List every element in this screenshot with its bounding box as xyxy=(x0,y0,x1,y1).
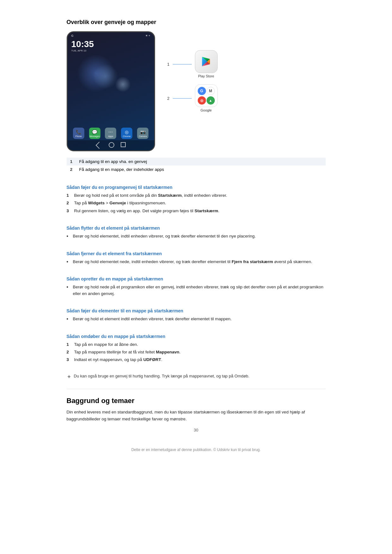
google-folder-icon: G M ◎ ▲ xyxy=(195,84,218,107)
add-shortcut-step-2: 2 Tap på Widgets > Genveje i tilpasnings… xyxy=(67,200,326,206)
create-folder-list: • Berør og hold nede på et programikon e… xyxy=(67,284,326,297)
annotation-num-1: 1 xyxy=(67,158,76,166)
add-to-folder-list: • Berør og hold et element indtil enhede… xyxy=(67,316,326,322)
gmail-icon: M xyxy=(207,87,215,95)
add-shortcut-step-3: 3 Rul gennem listen, og vælg en app. Det… xyxy=(67,208,326,214)
app-area: 📞 Phone 💬 Messages ⋯ Apps ◎ xyxy=(68,128,154,150)
annotation-table: 1 Få adgang til en app vha. en genvej 2 … xyxy=(67,158,326,173)
section-remove-element: Sådan fjerner du et element fra startskæ… xyxy=(67,246,326,267)
subsection-title-add-to-folder: Sådan føjer du elementer til en mappe på… xyxy=(67,308,326,313)
subsection-title-rename-folder: Sådan omdøber du en mappe på startskærme… xyxy=(67,334,326,339)
play-store-icon xyxy=(195,50,218,73)
remove-element-list: • Berør og hold elementet nede, indtil e… xyxy=(67,259,326,265)
add-shortcut-list: 1 Berør og hold ned på et tomt område på… xyxy=(67,192,326,214)
annotation-row-2: 2 Få adgang til en mappe, der indeholder… xyxy=(67,166,326,173)
phone-nav-bar xyxy=(68,140,154,150)
section-move-element: Sådan flytter du et element på startskær… xyxy=(67,220,326,241)
section-add-to-folder: Sådan føjer du elementer til en mappe på… xyxy=(67,303,326,324)
section-rename-folder: Sådan omdøber du en mappe på startskærme… xyxy=(67,329,326,364)
annotation-num-2: 2 xyxy=(67,166,76,173)
rename-folder-list: 1 Tap på en mappe for at åbne den. 2 Tap… xyxy=(67,341,326,363)
chrome-icon: ◎ Chrome xyxy=(121,128,132,139)
callouts-container: 1 xyxy=(165,31,218,112)
move-element-step: • Berør og hold elementet, indtil enhede… xyxy=(67,233,326,240)
subsection-title-create-folder: Sådan opretter du en mappe på startskærm… xyxy=(67,276,326,281)
rename-step-3: 3 Indtast et nyt mappenavn, og tap på UD… xyxy=(67,357,326,363)
google-logo: G xyxy=(71,34,74,37)
tip-box: ✦ Du kan også bruge en genvej til hurtig… xyxy=(67,373,326,381)
remove-element-step: • Berør og hold elementet nede, indtil e… xyxy=(67,259,326,265)
subsection-title-move: Sådan flytter du et element på startskær… xyxy=(67,226,326,231)
drive-icon: ▲ xyxy=(207,96,215,105)
page-number: 30 xyxy=(67,428,326,432)
camera-icon: 📷 Camera xyxy=(137,128,148,139)
add-shortcut-step-1: 1 Berør og hold ned på et tomt område på… xyxy=(67,192,326,199)
tip-icon: ✦ xyxy=(67,373,71,381)
section2-title: Baggrund og temaer xyxy=(67,397,326,405)
move-element-list: • Berør og hold elementet, indtil enhede… xyxy=(67,233,326,240)
messages-icon: 💬 Messages xyxy=(89,128,100,139)
apps-icon: ⋯ Apps xyxy=(105,128,116,139)
phone-status-bar: G ☀ + xyxy=(68,32,154,38)
callout-1-line xyxy=(173,64,192,64)
callout-1-number: 1 xyxy=(165,62,170,67)
annotation-text-1: Få adgang til en app vha. en genvej xyxy=(76,158,326,166)
page-container: Overblik over genveje og mapper G ☀ + 10… xyxy=(54,0,338,471)
rename-step-1: 1 Tap på en mappe for at åbne den. xyxy=(67,341,326,348)
phone-icon: 📞 Phone xyxy=(73,128,84,139)
subsection-title-add-shortcut: Sådan føjer du en programgenvej til star… xyxy=(67,185,326,190)
rename-step-2: 2 Tap på mappens titellinje for at få vi… xyxy=(67,349,326,355)
maps-icon: ◎ xyxy=(198,96,206,105)
phone-dock: 📞 Phone 💬 Messages ⋯ Apps ◎ xyxy=(68,128,154,139)
subsection-title-remove: Sådan fjerner du et element fra startskæ… xyxy=(67,251,326,256)
callout-2-line xyxy=(173,98,192,99)
add-to-folder-step: • Berør og hold et element indtil enhede… xyxy=(67,316,326,322)
status-icons: ☀ + xyxy=(145,34,150,37)
section-create-folder: Sådan opretter du en mappe på startskærm… xyxy=(67,271,326,298)
section1-title: Overblik over genveje og mapper xyxy=(67,19,326,26)
phone-mockup: G ☀ + 10:35 TUE, APR 10 📞 Phone xyxy=(67,31,155,151)
tip-text: Du kan også bruge en genvej til hurtig h… xyxy=(74,373,250,381)
callout-1-icon-box: Play Store xyxy=(195,50,218,78)
back-button xyxy=(95,142,103,149)
annotation-text-2: Få adgang til en mappe, der indeholder a… xyxy=(76,166,326,173)
play-store-label: Play Store xyxy=(198,74,214,78)
callout-1: 1 xyxy=(165,50,218,78)
callout-2: 2 G M ◎ ▲ Google xyxy=(165,84,218,112)
section-baggrund: Baggrund og temaer Din enhed leveres med… xyxy=(67,397,326,422)
phone-screen: G ☀ + 10:35 TUE, APR 10 📞 Phone xyxy=(68,32,154,150)
bg-bubble-2 xyxy=(93,64,118,89)
phone-illustration: G ☀ + 10:35 TUE, APR 10 📞 Phone xyxy=(67,31,326,151)
section2-body: Din enhed leveres med en standardbaggrun… xyxy=(67,409,326,422)
phone-time: 10:35 xyxy=(68,38,154,49)
section-add-shortcut: Sådan føjer du en programgenvej til star… xyxy=(67,180,326,215)
recent-button xyxy=(121,142,126,147)
page-footer: Dette er en internetudgave af denne publ… xyxy=(67,448,326,452)
google-g-icon: G xyxy=(198,87,206,95)
google-folder-label: Google xyxy=(201,108,212,112)
play-store-svg xyxy=(200,55,213,68)
home-button xyxy=(109,142,114,148)
callout-2-number: 2 xyxy=(165,96,170,101)
annotation-row-1: 1 Få adgang til en app vha. en genvej xyxy=(67,158,326,166)
phone-date: TUE, APR 10 xyxy=(68,49,154,52)
create-folder-step: • Berør og hold nede på et programikon e… xyxy=(67,284,326,297)
section-divider xyxy=(67,389,326,389)
bg-bubble-3 xyxy=(115,76,131,92)
callout-2-icon-box: G M ◎ ▲ Google xyxy=(195,84,218,112)
